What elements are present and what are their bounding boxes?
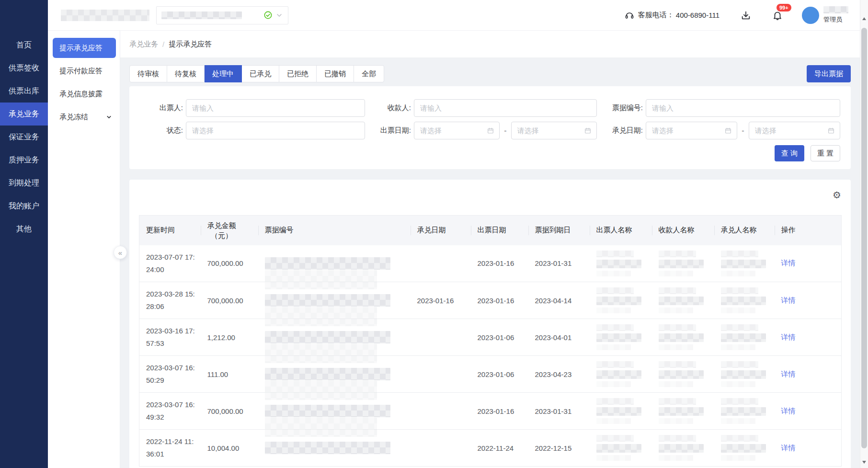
- issue-date: 2023-01-06: [478, 333, 514, 342]
- tab-rejected[interactable]: 已拒绝: [279, 65, 317, 82]
- detail-link[interactable]: 详情: [781, 296, 796, 304]
- status-select[interactable]: [186, 122, 365, 139]
- filter-issue-date: 出票日期: -: [365, 122, 597, 139]
- amount: 1,212.00: [207, 333, 235, 342]
- filter-panel: 出票人: 收款人: 票据编号:: [129, 86, 851, 169]
- tab-all[interactable]: 全部: [354, 65, 384, 82]
- calendar-icon: [584, 127, 592, 135]
- acceptor-name-redacted: [721, 287, 775, 313]
- user-menu[interactable]: 管理员: [802, 6, 848, 24]
- sidebar-item-label: 保证业务: [9, 132, 39, 142]
- tab-revoked[interactable]: 已撤销: [317, 65, 354, 82]
- export-bills-button[interactable]: 导出票据: [807, 65, 851, 82]
- sidebar-item-my-account[interactable]: 我的账户: [0, 194, 48, 217]
- issue-date-start[interactable]: [414, 122, 500, 139]
- bill-no-input[interactable]: [646, 99, 840, 117]
- tab-label: 待审核: [137, 69, 159, 79]
- table-panel: ⚙ 更新时间 承兑金额（元） 票据编号: [129, 180, 851, 468]
- scrollbar-up-arrow[interactable]: [862, 17, 866, 20]
- issue-date-start-input[interactable]: [414, 126, 487, 135]
- sidebar-item-pledge[interactable]: 质押业务: [0, 148, 48, 171]
- submenu-item-acceptance-freeze[interactable]: 承兑冻结: [48, 107, 120, 127]
- submenu-item-prompt-payment-reply[interactable]: 提示付款应答: [48, 61, 120, 81]
- accept-date-end[interactable]: [749, 122, 840, 139]
- tab-accepted[interactable]: 已承兑: [242, 65, 279, 82]
- download-button[interactable]: [741, 10, 751, 21]
- tab-processing[interactable]: 处理中: [205, 65, 242, 82]
- user-meta: 管理员: [823, 6, 848, 24]
- accept-date-start-input[interactable]: [646, 126, 724, 135]
- bill-number-redacted: [265, 368, 390, 380]
- sidebar-item-home[interactable]: 首页: [0, 34, 48, 57]
- filter-drawer: 出票人:: [137, 99, 365, 117]
- org-select[interactable]: [156, 6, 288, 24]
- payee-input[interactable]: [414, 99, 597, 117]
- avatar: [802, 7, 819, 24]
- search-button[interactable]: 查 询: [775, 145, 804, 161]
- due-date: 2023-01-31: [535, 259, 572, 267]
- accept-date-start[interactable]: [646, 122, 737, 139]
- col-accept-date: 承兑日期: [411, 216, 471, 245]
- drawer-name-redacted: [596, 324, 652, 350]
- user-name-redacted: [823, 6, 848, 13]
- issue-date: 2023-01-16: [478, 297, 514, 305]
- detail-link[interactable]: 详情: [781, 444, 796, 452]
- updated-time: 2023-07-07 17:24:00: [146, 251, 197, 276]
- status-tabs: 待审核 待复核 处理中 已承兑 已拒绝 已撤销 全部: [129, 65, 384, 82]
- drawer-label: 出票人:: [137, 103, 183, 113]
- notifications-button[interactable]: 99+: [772, 10, 783, 21]
- drawer-input[interactable]: [186, 99, 365, 117]
- calendar-icon: [827, 127, 835, 135]
- redaction-bleed: [265, 418, 377, 437]
- amount: 700,000.00: [207, 297, 243, 305]
- issue-date-end[interactable]: [511, 122, 597, 139]
- sidebar-item-guarantee[interactable]: 保证业务: [0, 126, 48, 148]
- accept-date-label: 承兑日期:: [597, 126, 643, 135]
- submenu-item-acceptance-info-disclosure[interactable]: 承兑信息披露: [48, 84, 120, 104]
- bill-number-redacted: [265, 442, 390, 454]
- submenu-item-prompt-acceptance-reply[interactable]: 提示承兑应答: [53, 38, 116, 58]
- scrollbar-thumb[interactable]: [861, 28, 867, 448]
- drawer-name-redacted: [596, 361, 652, 387]
- breadcrumb-separator: /: [162, 40, 164, 48]
- detail-link[interactable]: 详情: [781, 259, 796, 267]
- scrollbar-down-arrow[interactable]: [862, 461, 866, 464]
- due-date: 2023-04-23: [535, 370, 572, 378]
- sidebar-item-acceptance[interactable]: 承兑业务: [0, 103, 48, 126]
- sidebar-item-maturity[interactable]: 到期处理: [0, 171, 48, 194]
- accept-date-end-input[interactable]: [749, 126, 827, 135]
- amount: 10,004.00: [207, 444, 240, 452]
- detail-link[interactable]: 详情: [781, 333, 796, 341]
- reset-button[interactable]: 重 置: [811, 145, 840, 161]
- table-header-row: 更新时间 承兑金额（元） 票据编号 承兑日期 出票日期 票据到期日 出票人名称 …: [139, 216, 842, 245]
- filter-payee: 收款人:: [365, 99, 597, 117]
- redaction-bleed: [265, 381, 377, 400]
- sidebar-item-supply-outbound[interactable]: 供票出库: [0, 80, 48, 103]
- tab-pending-recheck[interactable]: 待复核: [167, 65, 205, 82]
- primary-sidebar: 首页 供票签收 供票出库 承兑业务 保证业务 质押业务 到期处理 我的账户 其他: [0, 0, 48, 468]
- collapse-sidebar-button[interactable]: «: [114, 246, 127, 259]
- breadcrumb-parent[interactable]: 承兑业务: [129, 40, 158, 49]
- breadcrumb-current: 提示承兑应答: [169, 40, 212, 49]
- page-scrollbar[interactable]: [860, 0, 868, 468]
- amount: 700,000.00: [207, 407, 243, 415]
- issue-date: 2023-01-06: [478, 370, 514, 378]
- sidebar-item-label: 供票出库: [9, 86, 39, 96]
- column-settings-gear-icon[interactable]: ⚙: [833, 190, 841, 200]
- tab-label: 已拒绝: [287, 69, 308, 79]
- tab-pending-review[interactable]: 待审核: [129, 65, 167, 82]
- org-name-redacted: [161, 11, 242, 19]
- col-actions: 操作: [775, 216, 842, 245]
- tab-label: 处理中: [212, 69, 234, 79]
- sidebar-item-other[interactable]: 其他: [0, 217, 48, 240]
- sidebar-item-supply-sign[interactable]: 供票签收: [0, 57, 48, 80]
- table-row: 2023-03-07 16:50:29 111.00 2023-01-06 20…: [139, 356, 842, 393]
- status-label: 状态:: [137, 126, 183, 135]
- issue-date-end-input[interactable]: [512, 126, 584, 135]
- detail-link[interactable]: 详情: [781, 370, 796, 378]
- drawer-name-redacted: [596, 287, 652, 313]
- payee-name-redacted: [659, 361, 714, 387]
- detail-link[interactable]: 详情: [781, 407, 796, 415]
- bill-no-label: 票据编号:: [597, 103, 643, 113]
- amount: 700,000.00: [207, 259, 243, 267]
